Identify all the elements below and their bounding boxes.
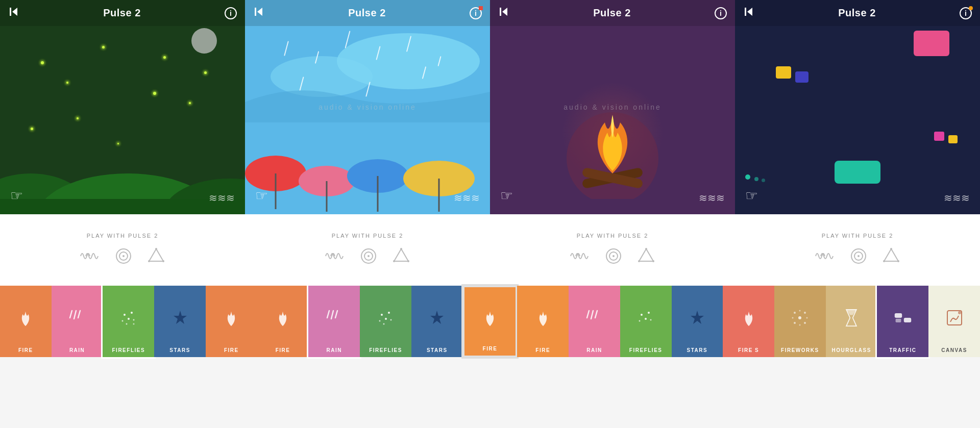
svg-point-9 [271, 56, 373, 97]
tile-label-fireflies-2: FIREFLIES [369, 347, 402, 353]
info-icon-3[interactable]: i [715, 7, 727, 19]
traffic-vehicle-1 [914, 31, 949, 56]
circle-ctrl-icon-2[interactable] [359, 247, 378, 268]
tile-stars-3[interactable]: STARS [672, 286, 723, 357]
campfire-svg [556, 87, 669, 199]
svg-rect-89 [904, 318, 911, 322]
tile-label-stars-3: STARS [687, 347, 708, 353]
svg-rect-90 [895, 318, 901, 322]
middle-section: PLAY WITH PULSE 2 [0, 214, 980, 286]
svg-marker-78 [691, 311, 704, 324]
skip-back-icon-4[interactable] [743, 6, 754, 20]
wave-ctrl-icon-2[interactable] [325, 247, 345, 268]
tile-label-fireworks: FIREWORKS [781, 347, 819, 353]
tile-fire-2[interactable]: FIRE [206, 286, 257, 357]
svg-rect-7 [255, 8, 256, 16]
skip-back-icon-2[interactable] [253, 6, 264, 20]
tile-label-fire-2: FIRE [224, 347, 239, 353]
sound-wave-4: ≋≋≋ [944, 192, 970, 204]
firefly [66, 82, 68, 84]
panels-row: Pulse 2 i ☞ ≋≋≋ [0, 0, 980, 214]
cursor-icon-3: ☞ [500, 187, 513, 204]
svg-point-80 [794, 312, 796, 314]
panel-fireflies: Pulse 2 i ☞ ≋≋≋ [0, 0, 245, 214]
sound-wave-2: ≋≋≋ [454, 192, 480, 204]
svg-point-84 [799, 310, 801, 311]
cloud-shapes [245, 31, 490, 122]
svg-line-50 [74, 311, 76, 319]
skip-back-icon-3[interactable] [498, 6, 509, 20]
traffic-dot-3 [762, 179, 765, 182]
svg-point-68 [383, 323, 384, 324]
info-icon-4[interactable]: i [960, 7, 972, 19]
tile-canvas[interactable]: CANVAS [928, 286, 980, 357]
svg-line-72 [595, 311, 597, 318]
tile-label-fire-s: FIRE S [738, 347, 759, 353]
svg-point-53 [131, 312, 133, 314]
tile-traffic[interactable]: TRAFFIC [877, 286, 928, 357]
tile-fireworks[interactable]: FIREWORKS [774, 286, 826, 357]
tile-fire-1[interactable]: FIRE [0, 286, 52, 357]
tile-fire-s[interactable]: FIRE S [723, 286, 774, 357]
circle-ctrl-icon-3[interactable] [604, 247, 623, 268]
tile-fireflies-2[interactable]: FIREFLIES [360, 286, 411, 357]
svg-point-55 [121, 320, 123, 321]
traffic-vehicle-4 [835, 161, 880, 184]
panel-header-1: Pulse 2 i [0, 0, 245, 26]
svg-point-67 [390, 319, 391, 320]
tile-label-rain-1: RAIN [69, 347, 85, 353]
svg-point-40 [645, 248, 647, 250]
circle-ctrl-icon-1[interactable] [114, 247, 133, 268]
tile-label-fireflies-3: FIREFLIES [629, 347, 663, 353]
tile-fire-3[interactable]: FIRE [257, 286, 309, 357]
svg-point-35 [407, 260, 409, 262]
svg-line-61 [331, 311, 333, 319]
svg-line-71 [591, 311, 593, 319]
tile-label-hourglass: HOURGLASS [831, 347, 871, 353]
svg-point-54 [128, 318, 130, 320]
tile-label-fireflies-1: FIREFLIES [112, 347, 145, 353]
svg-marker-69 [430, 311, 444, 324]
tile-fireflies-3[interactable]: FIREFLIES [620, 286, 672, 357]
tile-rain-3[interactable]: RAIN [569, 286, 620, 357]
svg-point-74 [648, 312, 650, 314]
triangle-ctrl-icon-4[interactable] [882, 247, 900, 268]
svg-point-64 [388, 312, 390, 314]
svg-marker-59 [174, 311, 187, 324]
middle-panel-1: PLAY WITH PULSE 2 [0, 214, 245, 286]
circle-ctrl-icon-4[interactable] [849, 247, 868, 268]
tile-fire-5[interactable]: FIRE [517, 286, 569, 357]
svg-point-27 [122, 255, 125, 257]
svg-point-83 [804, 322, 806, 324]
middle-panel-4: PLAY WITH PULSE 2 [735, 214, 980, 286]
tile-rain-1[interactable]: RAIN [52, 286, 103, 357]
wave-ctrl-icon-1[interactable] [80, 247, 100, 268]
info-icon-2[interactable]: i [470, 7, 482, 19]
tile-fire-4[interactable]: FIRE [463, 286, 518, 357]
tile-rain-2[interactable]: RAIN [308, 286, 360, 357]
tile-hourglass[interactable]: HOURGLASS [826, 286, 877, 357]
info-icon-1[interactable]: i [225, 7, 237, 19]
firefly [31, 128, 33, 130]
tile-stars-2[interactable]: STARS [411, 286, 463, 357]
middle-panel-3: PLAY WITH PULSE 2 [490, 214, 735, 286]
skip-back-icon-1[interactable] [8, 6, 19, 20]
tile-label-stars-1: STARS [169, 347, 190, 353]
svg-rect-1 [10, 8, 11, 16]
wave-ctrl-icon-3[interactable] [570, 247, 590, 268]
triangle-ctrl-icon-3[interactable] [637, 247, 655, 268]
triangle-ctrl-icon-2[interactable] [392, 247, 410, 268]
panel-header-2: Pulse 2 i [245, 0, 490, 26]
controls-row-2 [325, 247, 410, 268]
umbrellas [245, 153, 490, 214]
tile-fireflies-1[interactable]: FIREFLIES [103, 286, 154, 357]
panel-title-2: Pulse 2 [348, 7, 386, 19]
svg-point-41 [652, 260, 654, 262]
svg-point-77 [650, 319, 652, 320]
svg-point-34 [400, 248, 402, 250]
svg-point-52 [124, 314, 126, 316]
tile-stars-1[interactable]: STARS [154, 286, 206, 357]
triangle-ctrl-icon-1[interactable] [147, 247, 165, 268]
svg-line-60 [327, 311, 329, 318]
wave-ctrl-icon-4[interactable] [815, 247, 835, 268]
